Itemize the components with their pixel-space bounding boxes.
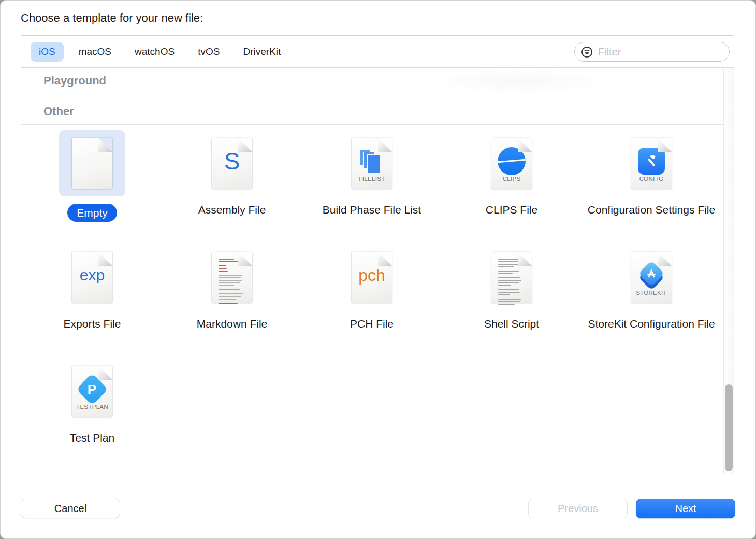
shell-script-icon bbox=[491, 252, 532, 303]
template-label-markdown: Markdown File bbox=[197, 316, 268, 332]
cancel-button[interactable]: Cancel bbox=[21, 499, 120, 518]
tab-macos[interactable]: macOS bbox=[70, 42, 120, 62]
template-label-storekit: StoreKit Configuration File bbox=[588, 316, 715, 332]
app-store-icon bbox=[636, 261, 667, 290]
section-divider bbox=[21, 94, 734, 98]
template-chooser-panel: iOS macOS watchOS tvOS DriverKit Playgro… bbox=[21, 35, 734, 474]
template-label-clips: CLIPS File bbox=[486, 202, 537, 218]
template-label-assembly: Assembly File bbox=[198, 202, 266, 218]
template-label-empty: Empty bbox=[67, 204, 117, 222]
xcode-hammer-icon bbox=[638, 148, 665, 175]
template-test-plan[interactable]: P TESTPLAN Test Plan bbox=[22, 353, 162, 467]
template-label-pch: PCH File bbox=[350, 316, 394, 332]
section-playground-label: Playground bbox=[43, 74, 106, 88]
template-label-build-phase: Build Phase File List bbox=[323, 202, 421, 218]
config-file-icon: CONFIG bbox=[631, 138, 672, 189]
template-label-shell: Shell Script bbox=[484, 316, 539, 332]
pch-file-icon: pch bbox=[352, 252, 392, 303]
dialog-title: Choose a template for your new file: bbox=[21, 11, 203, 25]
blank-document-icon bbox=[72, 138, 112, 189]
filter-icon bbox=[581, 46, 593, 58]
template-label-exports: Exports File bbox=[64, 316, 121, 332]
section-playground[interactable]: Playground bbox=[21, 68, 734, 94]
template-exports-file[interactable]: exp Exports File bbox=[22, 239, 162, 353]
filter-input[interactable] bbox=[597, 46, 723, 59]
previous-button[interactable]: Previous bbox=[528, 499, 628, 518]
template-grid: Empty S Assembly File bbox=[22, 125, 723, 467]
template-label-test-plan: Test Plan bbox=[70, 430, 114, 446]
template-assembly-file[interactable]: S Assembly File bbox=[162, 125, 302, 239]
markdown-text-art bbox=[219, 259, 245, 305]
tab-driverkit[interactable]: DriverKit bbox=[235, 42, 289, 62]
template-pch-file[interactable]: pch PCH File bbox=[302, 239, 442, 353]
template-label-config: Configuration Settings File bbox=[588, 202, 715, 218]
tab-tvos[interactable]: tvOS bbox=[190, 42, 228, 62]
vertical-scrollbar-thumb[interactable] bbox=[725, 384, 733, 471]
tab-watchos[interactable]: watchOS bbox=[126, 42, 183, 62]
filter-field[interactable] bbox=[574, 42, 730, 62]
selection-highlight bbox=[59, 130, 125, 196]
stacked-files-art bbox=[359, 149, 384, 173]
template-shell-script[interactable]: Shell Script bbox=[442, 239, 581, 353]
blurred-region bbox=[430, 70, 612, 93]
assembly-file-icon: S bbox=[212, 138, 252, 189]
template-empty[interactable]: Empty bbox=[22, 125, 162, 239]
clips-file-icon: CLIPS bbox=[491, 138, 532, 189]
filelist-file-icon: FILELIST bbox=[352, 138, 392, 189]
section-other-label: Other bbox=[43, 105, 74, 118]
tab-ios[interactable]: iOS bbox=[31, 42, 64, 62]
template-clips-file[interactable]: CLIPS CLIPS File bbox=[442, 125, 581, 239]
template-build-phase-file-list[interactable]: FILELIST Build Phase File List bbox=[302, 125, 442, 239]
clips-ball-art bbox=[498, 147, 526, 175]
test-plan-diamond-icon: P bbox=[76, 373, 108, 405]
test-plan-file-icon: P TESTPLAN bbox=[72, 366, 112, 417]
markdown-file-icon bbox=[212, 252, 252, 303]
exports-file-icon: exp bbox=[72, 252, 112, 303]
storekit-file-icon: STOREKIT bbox=[631, 252, 672, 303]
template-markdown-file[interactable]: Markdown File bbox=[162, 239, 302, 353]
section-other[interactable]: Other bbox=[21, 98, 734, 125]
next-button[interactable]: Next bbox=[636, 499, 735, 518]
vertical-scrollbar-track[interactable] bbox=[723, 68, 734, 474]
new-file-template-dialog: Choose a template for your new file: iOS… bbox=[0, 0, 756, 539]
template-config-settings-file[interactable]: CONFIG Configuration Settings File bbox=[581, 125, 721, 239]
template-storekit-config-file[interactable]: STOREKIT StoreKit Configuration File bbox=[581, 239, 721, 353]
script-text-art bbox=[498, 259, 525, 306]
platform-tabbar: iOS macOS watchOS tvOS DriverKit bbox=[21, 36, 734, 68]
